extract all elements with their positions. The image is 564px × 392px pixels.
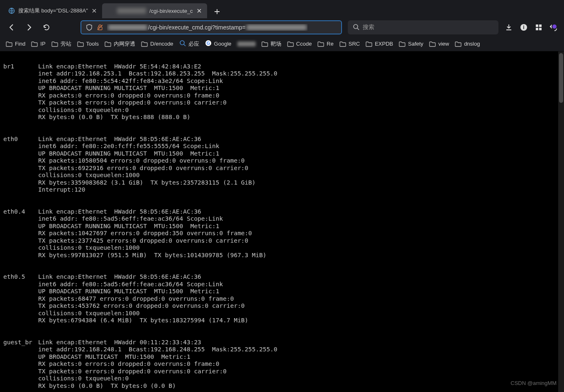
search-icon — [179, 40, 186, 48]
bookmark-tools[interactable]: Tools — [77, 41, 99, 47]
folder-icon — [339, 41, 346, 47]
tab-inactive[interactable]: 搜索结果 body="DSL-2888A" — [3, 3, 102, 18]
url-path: /cgi-bin/execute_cmd.cgi?timestamp= — [148, 24, 246, 31]
bookmark-sidesite[interactable]: 旁站 — [51, 40, 71, 48]
iface-details: Link encap:Ethernet HWaddr 00:11:22:33:4… — [38, 339, 277, 390]
page-icon — [107, 7, 114, 14]
google-icon: G — [205, 40, 212, 48]
bookmark-ccode[interactable]: Ccode — [287, 41, 312, 47]
bookmark-find[interactable]: Find — [6, 41, 25, 47]
redacted-text — [108, 24, 147, 30]
forward-button[interactable] — [23, 22, 35, 33]
url-bar[interactable]: /cgi-bin/execute_cmd.cgi?timestamp= — [81, 20, 342, 34]
scrollbar[interactable] — [558, 51, 564, 392]
folder-icon — [455, 41, 461, 47]
svg-rect-6 — [536, 24, 538, 27]
iface-guestbr: guest_brLink encap:Ethernet HWaddr 00:11… — [3, 339, 561, 390]
folder-icon — [31, 41, 38, 47]
iface-eth05: eth0.5Link encap:Ethernet HWaddr 58:D5:6… — [3, 273, 561, 324]
redacted-text — [247, 24, 307, 30]
svg-text:G: G — [206, 41, 210, 46]
folder-icon — [77, 41, 84, 47]
iface-eth04: eth0.4Link encap:Ethernet HWaddr 58:D5:6… — [3, 208, 561, 259]
folder-icon — [261, 41, 268, 47]
folder-icon — [317, 41, 324, 47]
redacted-text — [117, 8, 146, 14]
new-tab-button[interactable] — [210, 5, 224, 18]
svg-text:i: i — [523, 24, 524, 30]
svg-rect-8 — [536, 28, 538, 30]
svg-rect-9 — [539, 28, 542, 30]
tab-title: /cgi-bin/execute_c — [149, 8, 193, 14]
folder-icon — [399, 41, 405, 47]
bookmark-expdb[interactable]: EXPDB — [366, 41, 393, 47]
globe-icon — [8, 7, 15, 14]
redacted-text — [237, 41, 256, 46]
toolbar: /cgi-bin/execute_cmd.cgi?timestamp= 搜索 i — [0, 18, 564, 37]
bookmark-src[interactable]: SRC — [339, 41, 360, 47]
bookmark-safety[interactable]: Safety — [399, 41, 423, 47]
iface-details: Link encap:Ethernet HWaddr 5E:54:42:84:A… — [38, 63, 277, 121]
bookmark-range[interactable]: 靶场 — [261, 40, 281, 48]
iface-details: Link encap:Ethernet HWaddr 58:D5:6E:AE:A… — [38, 208, 266, 259]
info-icon[interactable]: i — [519, 23, 528, 32]
reload-button[interactable] — [41, 22, 52, 33]
downloads-icon[interactable] — [504, 23, 513, 32]
tab-active[interactable]: /cgi-bin/execute_c — [102, 3, 207, 18]
svg-point-3 — [354, 24, 358, 29]
url-text: /cgi-bin/execute_cmd.cgi?timestamp= — [107, 24, 308, 31]
extension-icon[interactable] — [534, 23, 543, 32]
folder-icon — [287, 41, 294, 47]
svg-rect-7 — [539, 24, 542, 27]
bookmark-intranet[interactable]: 内网穿透 — [105, 40, 135, 48]
bookmark-dencode[interactable]: D/encode — [141, 41, 173, 47]
svg-point-10 — [180, 41, 184, 45]
search-icon — [353, 24, 359, 32]
toolbar-right: i — [504, 23, 558, 32]
bookmark-view[interactable]: view — [429, 41, 449, 47]
iface-eth0: eth0Link encap:Ethernet HWaddr 58:D5:6E:… — [3, 136, 561, 194]
bookmark-ip[interactable]: IP — [31, 41, 45, 47]
back-button[interactable] — [6, 22, 17, 33]
bookmark-dnslog[interactable]: dnslog — [455, 41, 480, 47]
bookmark-redacted[interactable] — [237, 41, 256, 46]
bookmark-re[interactable]: Re — [317, 41, 334, 47]
folder-icon — [429, 41, 436, 47]
search-bar[interactable]: 搜索 — [348, 20, 498, 34]
scrollbar-thumb[interactable] — [559, 53, 563, 103]
bookmark-bar: Find IP 旁站 Tools 内网穿透 D/encode 必应 GGoogl… — [0, 37, 564, 51]
folder-icon — [51, 41, 58, 47]
close-icon[interactable] — [91, 8, 97, 14]
shield-icon[interactable] — [85, 24, 93, 31]
watermark: CSDN @amingMM — [510, 380, 557, 386]
iface-details: Link encap:Ethernet HWaddr 58:D5:6E:AE:A… — [38, 273, 248, 324]
tab-title: 搜索结果 body="DSL-2888A" — [18, 7, 88, 15]
bookmark-bing[interactable]: 必应 — [179, 40, 199, 48]
bookmark-google[interactable]: GGoogle — [205, 40, 232, 48]
search-placeholder: 搜索 — [363, 24, 374, 31]
close-icon[interactable] — [196, 8, 202, 14]
page-content: br1Link encap:Ethernet HWaddr 5E:54:42:8… — [0, 51, 564, 392]
lock-insecure-icon[interactable] — [96, 24, 104, 31]
notification-badge — [552, 24, 557, 29]
folder-icon — [105, 41, 111, 47]
folder-icon — [366, 41, 372, 47]
undo-icon[interactable] — [549, 23, 558, 32]
iface-br1: br1Link encap:Ethernet HWaddr 5E:54:42:8… — [3, 63, 561, 121]
iface-details: Link encap:Ethernet HWaddr 58:D5:6E:AE:A… — [38, 136, 256, 194]
tab-bar: 搜索结果 body="DSL-2888A" /cgi-bin/execute_c — [0, 0, 564, 18]
folder-icon — [6, 41, 12, 47]
folder-icon — [141, 41, 148, 47]
